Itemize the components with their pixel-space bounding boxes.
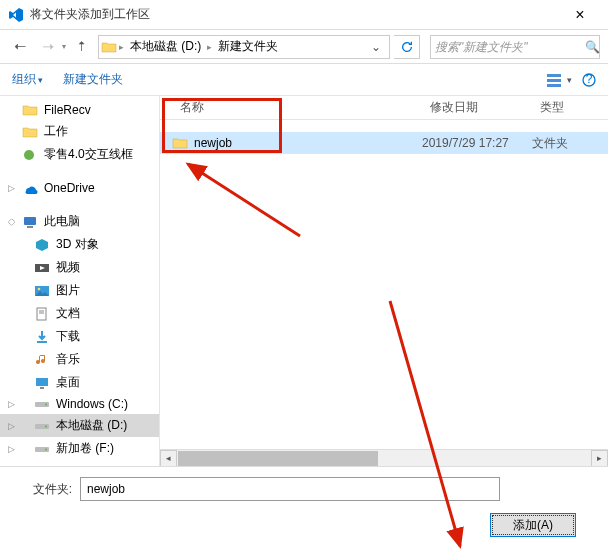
- 3d-icon: [34, 238, 50, 252]
- green-dot-icon: [22, 148, 38, 162]
- video-icon: [34, 261, 50, 275]
- svg-rect-6: [24, 217, 36, 225]
- close-icon[interactable]: ×: [560, 6, 600, 24]
- history-dropdown-icon[interactable]: ▾: [62, 42, 66, 51]
- chevron-right-icon[interactable]: ▸: [207, 42, 212, 52]
- scroll-track[interactable]: [177, 450, 591, 467]
- refresh-button[interactable]: [394, 35, 420, 59]
- help-button[interactable]: ?: [582, 73, 596, 87]
- scroll-thumb[interactable]: [178, 451, 378, 466]
- up-button[interactable]: 🠑: [70, 35, 94, 59]
- column-headers: 名称 修改日期 类型: [160, 96, 608, 120]
- tree-item[interactable]: 此电脑: [0, 210, 159, 233]
- tree-item-label: 文档: [56, 305, 80, 322]
- drive-icon: [34, 419, 50, 433]
- onedrive-icon: [22, 181, 38, 195]
- svg-point-18: [45, 404, 47, 406]
- breadcrumb-segment[interactable]: 本地磁盘 (D:): [126, 36, 205, 57]
- tree-item[interactable]: 视频: [0, 256, 159, 279]
- file-rows[interactable]: newjob2019/7/29 17:27文件夹: [160, 120, 608, 449]
- tree-item[interactable]: 工作: [0, 120, 159, 143]
- search-input[interactable]: [435, 40, 585, 54]
- tree-item-label: 此电脑: [44, 213, 80, 230]
- tree-item[interactable]: FileRecv: [0, 100, 159, 120]
- music-icon: [34, 353, 50, 367]
- titlebar: 将文件夹添加到工作区 ×: [0, 0, 608, 30]
- search-box[interactable]: 🔍: [430, 35, 600, 59]
- back-button[interactable]: 🠐: [8, 35, 32, 59]
- chevron-right-icon[interactable]: ▸: [119, 42, 124, 52]
- folder-tree[interactable]: FileRecv工作零售4.0交互线框OneDrive此电脑3D 对象视频图片文…: [0, 96, 160, 466]
- file-list-pane: 名称 修改日期 类型 newjob2019/7/29 17:27文件夹 ◂ ▸: [160, 96, 608, 466]
- tree-item-label: 工作: [44, 123, 68, 140]
- tree-item[interactable]: 图片: [0, 279, 159, 302]
- tree-item-label: 下载: [56, 328, 80, 345]
- vscode-icon: [8, 7, 24, 23]
- file-row[interactable]: newjob2019/7/29 17:27文件夹: [160, 132, 608, 154]
- address-dropdown-icon[interactable]: ⌄: [365, 38, 387, 56]
- tree-item[interactable]: 桌面: [0, 371, 159, 394]
- folder-icon: [22, 125, 38, 139]
- tree-item-label: 桌面: [56, 374, 80, 391]
- desktop-icon: [34, 376, 50, 390]
- tree-item-label: 音乐: [56, 351, 80, 368]
- navigation-bar: 🠐 🠒 ▾ 🠑 ▸ 本地磁盘 (D:) ▸ 新建文件夹 ⌄ 🔍: [0, 30, 608, 64]
- file-type: 文件夹: [532, 135, 608, 152]
- svg-point-22: [45, 448, 47, 450]
- scroll-right-icon[interactable]: ▸: [591, 450, 608, 467]
- svg-rect-16: [40, 387, 44, 389]
- folder-icon: [22, 103, 38, 117]
- tree-item[interactable]: 3D 对象: [0, 233, 159, 256]
- file-name: newjob: [194, 136, 232, 150]
- pictures-icon: [34, 284, 50, 298]
- organize-button[interactable]: 组织▾: [12, 71, 43, 88]
- column-type[interactable]: 类型: [532, 99, 608, 116]
- svg-text:?: ?: [586, 73, 593, 86]
- column-modified[interactable]: 修改日期: [422, 99, 532, 116]
- horizontal-scrollbar[interactable]: ◂ ▸: [160, 449, 608, 466]
- folder-field-label: 文件夹:: [12, 481, 72, 498]
- scroll-left-icon[interactable]: ◂: [160, 450, 177, 467]
- pc-icon: [22, 215, 38, 229]
- tree-item-label: 零售4.0交互线框: [44, 146, 133, 163]
- tree-item-label: OneDrive: [44, 181, 95, 195]
- breadcrumb-segment[interactable]: 新建文件夹: [214, 36, 282, 57]
- new-folder-button[interactable]: 新建文件夹: [63, 71, 123, 88]
- search-icon[interactable]: 🔍: [585, 40, 600, 54]
- docs-icon: [34, 307, 50, 321]
- downloads-icon: [34, 330, 50, 344]
- tree-item-label: 本地磁盘 (D:): [56, 417, 127, 434]
- tree-item[interactable]: 音乐: [0, 348, 159, 371]
- drive-icon: [34, 442, 50, 456]
- dialog-footer: 文件夹: 添加(A): [0, 466, 608, 547]
- tree-item-label: 3D 对象: [56, 236, 99, 253]
- svg-rect-15: [36, 378, 48, 386]
- tree-item[interactable]: 零售4.0交互线框: [0, 143, 159, 166]
- tree-item-label: 新加卷 (F:): [56, 440, 114, 457]
- tree-item[interactable]: Windows (C:): [0, 394, 159, 414]
- svg-point-10: [38, 287, 41, 290]
- folder-name-input[interactable]: [80, 477, 500, 501]
- tree-item[interactable]: 新加卷 (F:): [0, 437, 159, 460]
- tree-item[interactable]: OneDrive: [0, 178, 159, 198]
- add-button[interactable]: 添加(A): [490, 513, 576, 537]
- toolbar: 组织▾ 新建文件夹 ▾ ?: [0, 64, 608, 96]
- tree-item[interactable]: 文档: [0, 302, 159, 325]
- svg-rect-14: [37, 341, 47, 343]
- drive-icon: [34, 397, 50, 411]
- forward-button[interactable]: 🠒: [36, 35, 60, 59]
- tree-item-label: 图片: [56, 282, 80, 299]
- view-options-button[interactable]: ▾: [547, 73, 572, 87]
- file-modified: 2019/7/29 17:27: [422, 136, 532, 150]
- tree-item[interactable]: 下载: [0, 325, 159, 348]
- svg-rect-2: [547, 84, 561, 87]
- tree-item[interactable]: 本地磁盘 (D:): [0, 414, 159, 437]
- column-name[interactable]: 名称: [172, 99, 422, 116]
- svg-rect-11: [37, 308, 46, 320]
- svg-rect-7: [27, 226, 33, 228]
- address-bar[interactable]: ▸ 本地磁盘 (D:) ▸ 新建文件夹 ⌄: [98, 35, 390, 59]
- content-area: FileRecv工作零售4.0交互线框OneDrive此电脑3D 对象视频图片文…: [0, 96, 608, 466]
- folder-icon: [172, 136, 188, 150]
- tree-item-label: Windows (C:): [56, 397, 128, 411]
- tree-item-label: 视频: [56, 259, 80, 276]
